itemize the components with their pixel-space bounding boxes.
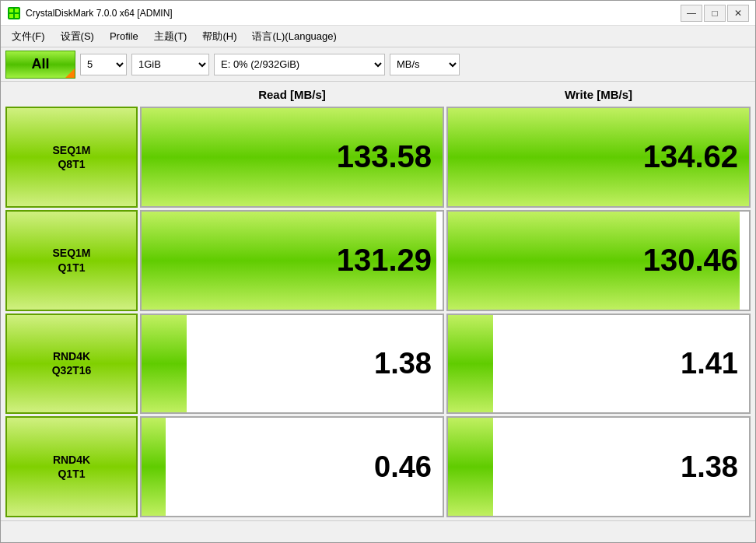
- read-cell-3: 0.46: [140, 416, 444, 517]
- size-select[interactable]: 1GiB 512MiB 2GiB 4GiB: [131, 54, 209, 75]
- write-cell-1: 130.46: [446, 210, 751, 311]
- table-header: Read [MB/s] Write [MB/s]: [5, 85, 751, 104]
- write-value-2: 1.41: [681, 347, 738, 380]
- drive-select[interactable]: E: 0% (2/932GiB): [214, 54, 385, 75]
- menubar: 文件(F) 设置(S) Profile 主题(T) 帮助(H) 语言(L)(La…: [1, 26, 755, 47]
- statusbar: [1, 520, 755, 542]
- menu-language[interactable]: 语言(L)(Language): [244, 26, 344, 47]
- read-value-1: 131.29: [337, 243, 432, 278]
- minimize-button[interactable]: —: [681, 5, 702, 22]
- read-cell-2: 1.38: [140, 314, 444, 415]
- read-value-0: 133.58: [337, 139, 432, 174]
- read-value-3: 0.46: [374, 450, 432, 484]
- menu-file[interactable]: 文件(F): [4, 26, 53, 47]
- table-row: SEQ1MQ1T1 131.29 130.46: [5, 210, 751, 311]
- table-row: RND4KQ32T16 1.38 1.41: [5, 314, 751, 415]
- runs-select[interactable]: 5 1 3 10: [80, 54, 127, 75]
- row-label-0: SEQ1MQ8T1: [5, 107, 138, 208]
- svg-rect-1: [9, 9, 13, 12]
- maximize-button[interactable]: □: [704, 5, 726, 22]
- titlebar: CrystalDiskMark 7.0.0 x64 [ADMIN] — □ ✕: [1, 1, 755, 26]
- svg-rect-3: [9, 14, 13, 18]
- close-button[interactable]: ✕: [727, 5, 749, 22]
- table-row: RND4KQ1T1 0.46 1.38: [5, 416, 751, 517]
- menu-help[interactable]: 帮助(H): [194, 26, 244, 47]
- main-window: CrystalDiskMark 7.0.0 x64 [ADMIN] — □ ✕ …: [0, 0, 756, 543]
- unit-select[interactable]: MB/s GB/s IOPS: [390, 54, 460, 75]
- write-value-0: 134.62: [643, 139, 738, 174]
- app-icon: [7, 6, 21, 20]
- write-cell-2: 1.41: [446, 314, 751, 415]
- menu-profile[interactable]: Profile: [102, 27, 146, 45]
- write-value-1: 130.46: [643, 243, 738, 278]
- svg-rect-2: [15, 9, 19, 12]
- col-write-header: Write [MB/s]: [446, 85, 751, 104]
- write-value-3: 1.38: [681, 450, 738, 484]
- write-cell-0: 134.62: [446, 107, 751, 208]
- all-button[interactable]: All: [5, 51, 75, 79]
- read-cell-1: 131.29: [140, 210, 444, 311]
- main-content: Read [MB/s] Write [MB/s] SEQ1MQ8T1 133.5…: [1, 82, 755, 520]
- window-title: CrystalDiskMark 7.0.0 x64 [ADMIN]: [26, 8, 681, 19]
- read-cell-0: 133.58: [140, 107, 444, 208]
- read-value-2: 1.38: [374, 347, 432, 380]
- window-controls: — □ ✕: [681, 5, 749, 22]
- row-label-2: RND4KQ32T16: [5, 314, 138, 415]
- row-label-3: RND4KQ1T1: [5, 416, 138, 517]
- table-row: SEQ1MQ8T1 133.58 134.62: [5, 107, 751, 208]
- menu-settings[interactable]: 设置(S): [53, 26, 102, 47]
- toolbar: All 5 1 3 10 1GiB 512MiB 2GiB 4GiB E: 0%…: [1, 47, 755, 82]
- menu-theme[interactable]: 主题(T): [146, 26, 195, 47]
- row-label-1: SEQ1MQ1T1: [5, 210, 138, 311]
- write-cell-3: 1.38: [446, 416, 751, 517]
- svg-rect-4: [15, 14, 19, 18]
- col-read-header: Read [MB/s]: [140, 85, 444, 104]
